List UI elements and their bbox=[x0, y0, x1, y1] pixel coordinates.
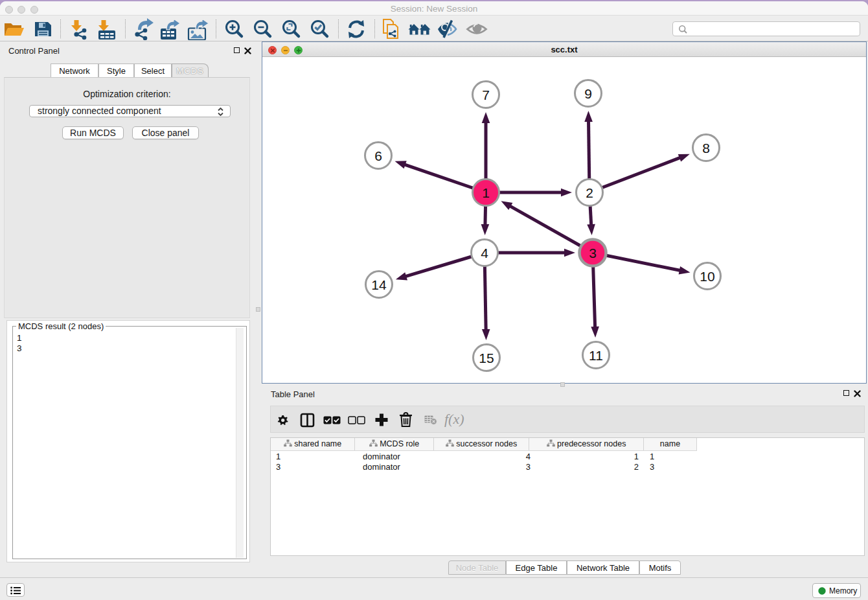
svg-text:2: 2 bbox=[586, 185, 593, 200]
svg-text:1: 1 bbox=[482, 185, 490, 200]
svg-text:11: 11 bbox=[589, 348, 603, 363]
svg-text:8: 8 bbox=[702, 141, 710, 156]
svg-text:6: 6 bbox=[374, 148, 382, 163]
svg-text:10: 10 bbox=[700, 269, 714, 284]
svg-text:7: 7 bbox=[482, 87, 490, 102]
svg-text:4: 4 bbox=[481, 246, 488, 260]
svg-text:9: 9 bbox=[584, 86, 592, 101]
svg-text:14: 14 bbox=[371, 277, 387, 292]
svg-text:3: 3 bbox=[589, 246, 597, 260]
svg-text:15: 15 bbox=[479, 351, 494, 365]
